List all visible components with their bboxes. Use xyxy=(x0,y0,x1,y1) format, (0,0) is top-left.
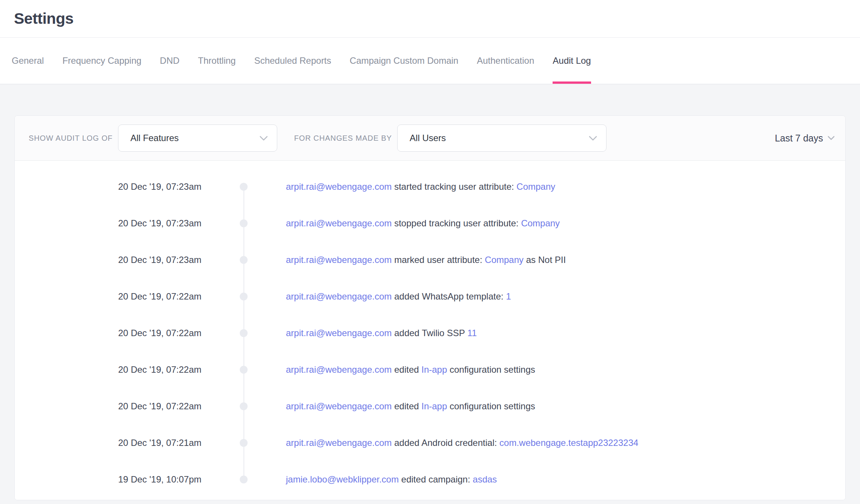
tab-throttling[interactable]: Throttling xyxy=(198,38,236,84)
audit-entry-row: 20 Dec '19, 07:22am arpit.rai@webengage.… xyxy=(15,388,845,424)
entry-timeline xyxy=(201,168,286,205)
entry-text: configuration settings xyxy=(447,364,535,375)
page-title: Settings xyxy=(14,10,74,28)
entry-link[interactable]: arpit.rai@webengage.com xyxy=(286,255,392,265)
entry-text: started tracking user attribute: xyxy=(392,181,517,192)
tab-campaign-custom-domain[interactable]: Campaign Custom Domain xyxy=(350,38,458,84)
tab-label: Scheduled Reports xyxy=(254,55,331,66)
entry-description: jamie.lobo@webklipper.com edited campaig… xyxy=(286,474,845,485)
chevron-down-icon xyxy=(589,136,597,141)
entry-text: edited campaign: xyxy=(399,474,473,484)
timeline-dot-icon xyxy=(240,183,248,191)
entry-timeline xyxy=(201,388,286,424)
timeline-dot-icon xyxy=(240,219,248,227)
entry-text: stopped tracking user attribute: xyxy=(392,218,521,228)
entry-text: as Not PII xyxy=(524,255,566,265)
entry-link[interactable]: arpit.rai@webengage.com xyxy=(286,364,392,375)
entry-text: added Android credential: xyxy=(392,438,500,448)
date-range-value: Last 7 days xyxy=(775,133,823,144)
entry-link[interactable]: In-app xyxy=(421,401,447,411)
entry-timeline xyxy=(201,241,286,278)
audit-entry-row: 20 Dec '19, 07:23am arpit.rai@webengage.… xyxy=(15,241,845,278)
timeline-dot-icon xyxy=(240,439,248,447)
entry-timestamp: 20 Dec '19, 07:22am xyxy=(15,328,201,338)
entry-link[interactable]: 1 xyxy=(506,291,511,301)
entry-link[interactable]: arpit.rai@webengage.com xyxy=(286,291,392,301)
timeline-dot-icon xyxy=(240,402,248,410)
entry-description: arpit.rai@webengage.com added Android cr… xyxy=(286,438,845,448)
entry-text: edited xyxy=(392,364,422,375)
tab-label: DND xyxy=(160,55,180,66)
entry-link[interactable]: Company xyxy=(521,218,560,228)
entry-link[interactable]: arpit.rai@webengage.com xyxy=(286,401,392,411)
entry-description: arpit.rai@webengage.com marked user attr… xyxy=(286,255,845,265)
user-filter-dropdown[interactable]: All Users xyxy=(397,124,607,152)
audit-entry-row: 20 Dec '19, 07:21am arpit.rai@webengage.… xyxy=(15,424,845,461)
entry-link[interactable]: arpit.rai@webengage.com xyxy=(286,328,392,338)
page-header: Settings xyxy=(0,0,860,38)
entry-text: edited xyxy=(392,401,422,411)
audit-entry-row: 20 Dec '19, 07:23am arpit.rai@webengage.… xyxy=(15,168,845,205)
user-filter-value: All Users xyxy=(410,133,446,143)
timeline-dot-icon xyxy=(240,292,248,300)
tab-general[interactable]: General xyxy=(12,38,44,84)
tab-audit-log[interactable]: Audit Log xyxy=(553,38,591,84)
feature-filter-value: All Features xyxy=(131,133,179,143)
entry-link[interactable]: arpit.rai@webengage.com xyxy=(286,438,392,448)
entry-text: added WhatsApp template: xyxy=(392,291,506,301)
entry-timestamp: 19 Dec '19, 10:07pm xyxy=(15,474,201,485)
entry-timestamp: 20 Dec '19, 07:22am xyxy=(15,364,201,375)
entry-timeline xyxy=(201,461,286,498)
feature-filter-dropdown[interactable]: All Features xyxy=(118,124,277,152)
for-changes-made-by-label: FOR CHANGES MADE BY xyxy=(294,134,392,143)
tab-authentication[interactable]: Authentication xyxy=(477,38,534,84)
audit-log-card: SHOW AUDIT LOG OF All Features FOR CHANG… xyxy=(14,115,846,500)
entry-timestamp: 20 Dec '19, 07:23am xyxy=(15,255,201,265)
audit-entry-row: 20 Dec '19, 07:23am arpit.rai@webengage.… xyxy=(15,205,845,241)
tab-scheduled-reports[interactable]: Scheduled Reports xyxy=(254,38,331,84)
entry-timeline xyxy=(201,424,286,461)
entry-timeline xyxy=(201,278,286,315)
audit-filter-bar: SHOW AUDIT LOG OF All Features FOR CHANG… xyxy=(15,116,845,161)
entry-description: arpit.rai@webengage.com edited In-app co… xyxy=(286,364,845,375)
tab-label: General xyxy=(12,55,44,66)
entry-timeline xyxy=(201,315,286,351)
entry-link[interactable]: arpit.rai@webengage.com xyxy=(286,181,392,192)
show-audit-log-of-label: SHOW AUDIT LOG OF xyxy=(29,134,113,143)
entry-link[interactable]: 11 xyxy=(467,328,477,338)
entry-timeline xyxy=(201,351,286,388)
timeline-dot-icon xyxy=(240,366,248,373)
tab-label: Campaign Custom Domain xyxy=(350,55,458,66)
entry-description: arpit.rai@webengage.com edited In-app co… xyxy=(286,401,845,412)
timeline-dot-icon xyxy=(240,256,248,264)
audit-entry-row: 20 Dec '19, 07:22am arpit.rai@webengage.… xyxy=(15,315,845,351)
entry-description: arpit.rai@webengage.com added Twilio SSP… xyxy=(286,328,845,338)
settings-tab-bar: General Frequency Capping DND Throttling… xyxy=(0,38,860,85)
timeline-dot-icon xyxy=(240,329,248,337)
audit-entry-row: 20 Dec '19, 07:22am arpit.rai@webengage.… xyxy=(15,351,845,388)
chevron-down-icon xyxy=(828,136,835,140)
entry-link[interactable]: asdas xyxy=(473,474,497,484)
entry-timestamp: 20 Dec '19, 07:22am xyxy=(15,291,201,302)
tab-label: Audit Log xyxy=(553,55,591,66)
entry-link[interactable]: com.webengage.testapp23223234 xyxy=(499,438,638,448)
audit-entry-row: 20 Dec '19, 07:22am arpit.rai@webengage.… xyxy=(15,278,845,315)
tab-frequency-capping[interactable]: Frequency Capping xyxy=(62,38,141,84)
audit-entry-row: 19 Dec '19, 10:07pm jamie.lobo@webklippe… xyxy=(15,461,845,498)
entry-text: added Twilio SSP xyxy=(392,328,468,338)
tab-label: Authentication xyxy=(477,55,534,66)
tab-dnd[interactable]: DND xyxy=(160,38,180,84)
entry-text: marked user attribute: xyxy=(392,255,485,265)
entry-timestamp: 20 Dec '19, 07:22am xyxy=(15,401,201,412)
entry-timestamp: 20 Dec '19, 07:23am xyxy=(15,181,201,192)
entry-link[interactable]: Company xyxy=(485,255,524,265)
entry-link[interactable]: arpit.rai@webengage.com xyxy=(286,218,392,228)
date-range-dropdown[interactable]: Last 7 days xyxy=(775,133,835,144)
audit-log-list: 20 Dec '19, 07:23am arpit.rai@webengage.… xyxy=(15,161,845,500)
entry-text: configuration settings xyxy=(447,401,535,411)
main-content: SHOW AUDIT LOG OF All Features FOR CHANG… xyxy=(0,85,860,500)
entry-timestamp: 20 Dec '19, 07:23am xyxy=(15,218,201,229)
entry-link[interactable]: Company xyxy=(516,181,555,192)
entry-link[interactable]: jamie.lobo@webklipper.com xyxy=(286,474,399,484)
entry-link[interactable]: In-app xyxy=(421,364,447,375)
